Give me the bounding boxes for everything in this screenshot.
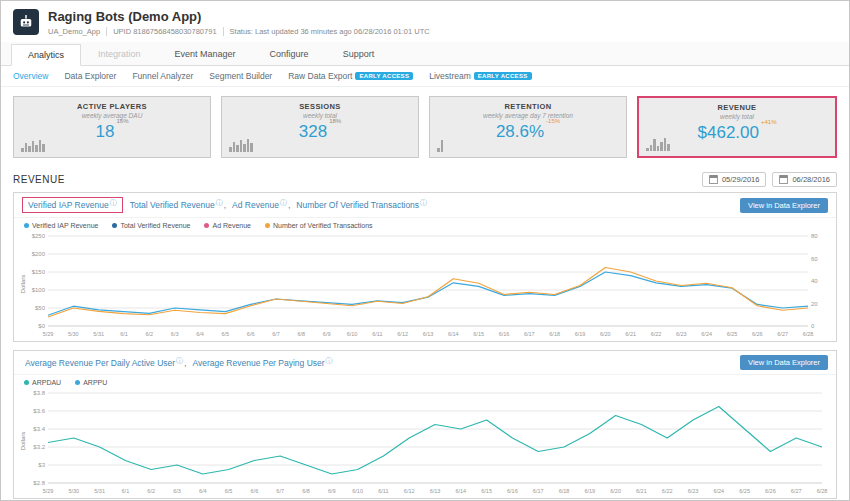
svg-text:6/11: 6/11 xyxy=(372,331,382,337)
legend-dot xyxy=(265,223,270,228)
svg-text:6/3: 6/3 xyxy=(171,331,179,337)
svg-text:6/22: 6/22 xyxy=(651,331,662,337)
svg-text:6/28: 6/28 xyxy=(817,488,828,494)
legend-item-verified-iap-revenue[interactable]: Verified IAP Revenue xyxy=(24,222,98,229)
view-in-data-explorer-button[interactable]: View in Data Explorer xyxy=(740,198,828,213)
svg-text:6/10: 6/10 xyxy=(352,488,363,494)
analytics-subnav: Overview Data Explorer Funnel Analyzer S… xyxy=(1,66,849,87)
tab-event-manager[interactable]: Event Manager xyxy=(158,43,253,65)
svg-text:6/17: 6/17 xyxy=(524,331,535,337)
svg-text:6/27: 6/27 xyxy=(791,488,802,494)
subnav-livestream-label: Livestream xyxy=(429,71,471,81)
svg-text:6/12: 6/12 xyxy=(397,331,408,337)
svg-text:6/19: 6/19 xyxy=(575,331,586,337)
svg-text:6/6: 6/6 xyxy=(251,488,259,494)
legend-label: Ad Revenue xyxy=(212,222,251,229)
early-access-badge: EARLY ACCESS xyxy=(355,72,413,80)
svg-text:6/26: 6/26 xyxy=(752,331,763,337)
svg-text:6/7: 6/7 xyxy=(276,488,284,494)
subnav-funnel-analyzer[interactable]: Funnel Analyzer xyxy=(132,71,193,81)
kpi-value-number: $462.00 xyxy=(698,123,759,142)
metric-label: Average Revenue Per Paying User xyxy=(192,358,324,368)
legend-dot xyxy=(112,223,117,228)
svg-text:6/1: 6/1 xyxy=(122,488,130,494)
svg-text:6/15: 6/15 xyxy=(481,488,492,494)
svg-text:$2.8: $2.8 xyxy=(33,480,45,486)
metric-tab-total-verified-revenue[interactable]: Total Verified Revenue ⓘ xyxy=(127,198,229,212)
svg-text:6/17: 6/17 xyxy=(533,488,544,494)
date-from-input[interactable]: 05/29/2016 xyxy=(702,172,767,187)
view-in-data-explorer-button[interactable]: View in Data Explorer xyxy=(740,355,828,370)
tab-configure[interactable]: Configure xyxy=(253,43,326,65)
svg-text:6/22: 6/22 xyxy=(662,488,673,494)
info-icon[interactable]: ⓘ xyxy=(420,198,427,208)
date-to-input[interactable]: 06/28/2016 xyxy=(772,172,837,187)
metric-tab-verified-iap-revenue[interactable]: Verified IAP Revenue ⓘ xyxy=(22,197,123,213)
app-logo-icon xyxy=(13,9,39,35)
legend-item-number-of-verified-transactions[interactable]: Number of Verified Transactions xyxy=(265,222,373,229)
metric-tab-ad-revenue[interactable]: Ad Revenue ⓘ xyxy=(229,198,293,212)
subnav-data-explorer[interactable]: Data Explorer xyxy=(64,71,116,81)
svg-text:6/15: 6/15 xyxy=(473,331,484,337)
info-icon[interactable]: ⓘ xyxy=(216,198,223,208)
svg-text:6/24: 6/24 xyxy=(713,488,724,494)
legend-item-arpdau[interactable]: ARPDAU xyxy=(24,379,61,386)
kpi-sparkline xyxy=(646,138,670,151)
svg-text:6/12: 6/12 xyxy=(404,488,415,494)
metric-tab-arppu[interactable]: Average Revenue Per Paying User ⓘ xyxy=(189,356,335,370)
metric-tab-arpdau[interactable]: Average Revenue Per Daily Active User ⓘ xyxy=(22,356,189,370)
tab-analytics[interactable]: Analytics xyxy=(11,44,81,66)
arpu-panel-header: Average Revenue Per Daily Active User ⓘ … xyxy=(14,351,836,375)
svg-text:5/30: 5/30 xyxy=(68,488,79,494)
svg-text:6/20: 6/20 xyxy=(610,488,621,494)
tab-integration[interactable]: Integration xyxy=(81,43,158,65)
legend-item-total-verified-revenue[interactable]: Total Verified Revenue xyxy=(112,222,190,229)
kpi-card-retention[interactable]: RETENTION weekly average day 7 retention… xyxy=(429,96,627,158)
kpi-value-number: 328 xyxy=(299,122,327,141)
subnav-raw-data-export[interactable]: Raw Data Export EARLY ACCESS xyxy=(288,71,413,81)
tab-support[interactable]: Support xyxy=(326,43,392,65)
svg-text:6/11: 6/11 xyxy=(378,488,388,494)
legend-dot xyxy=(24,380,29,385)
kpi-card-revenue[interactable]: REVENUE weekly total $462.00+41% xyxy=(637,96,837,158)
kpi-card-sessions[interactable]: SESSIONS weekly total 32818% xyxy=(221,96,419,158)
arpu-metric-tabs: Average Revenue Per Daily Active User ⓘ … xyxy=(22,356,336,370)
svg-text:$200: $200 xyxy=(32,251,46,257)
info-icon[interactable]: ⓘ xyxy=(176,356,183,366)
subnav-segment-builder-label: Segment Builder xyxy=(209,71,272,81)
legend-item-arppu[interactable]: ARPPU xyxy=(75,379,107,386)
svg-text:6/14: 6/14 xyxy=(455,488,466,494)
kpi-sparkline xyxy=(229,139,253,152)
svg-text:$3.8: $3.8 xyxy=(33,390,45,396)
svg-text:6/9: 6/9 xyxy=(323,331,331,337)
metric-label: Average Revenue Per Daily Active User xyxy=(25,358,175,368)
svg-text:6/27: 6/27 xyxy=(777,331,788,337)
subnav-livestream[interactable]: Livestream EARLY ACCESS xyxy=(429,71,531,81)
svg-text:6/3: 6/3 xyxy=(173,488,181,494)
subnav-segment-builder[interactable]: Segment Builder xyxy=(209,71,272,81)
svg-text:6/18: 6/18 xyxy=(559,488,570,494)
kpi-title: SESSIONS xyxy=(222,102,418,111)
svg-text:6/16: 6/16 xyxy=(507,488,518,494)
legend-dot xyxy=(24,223,29,228)
revenue-metric-tabs: Verified IAP Revenue ⓘ Total Verified Re… xyxy=(22,197,430,213)
info-icon[interactable]: ⓘ xyxy=(110,198,117,208)
kpi-card-active-players[interactable]: ACTIVE PLAYERS weekly average DAU 1816% xyxy=(13,96,211,158)
kpi-title: REVENUE xyxy=(639,103,835,112)
svg-text:6/6: 6/6 xyxy=(247,331,255,337)
info-icon[interactable]: ⓘ xyxy=(326,356,333,366)
metric-tab-number-of-verified-transactions[interactable]: Number Of Verified Transactions ⓘ xyxy=(293,198,430,212)
legend-dot xyxy=(75,380,80,385)
app-window: Raging Bots (Demo App) UA_Demo_App UPID … xyxy=(0,0,850,501)
svg-text:6/13: 6/13 xyxy=(423,331,434,337)
info-icon[interactable]: ⓘ xyxy=(280,198,287,208)
app-title-block: Raging Bots (Demo App) UA_Demo_App UPID … xyxy=(48,9,436,36)
metric-label: Ad Revenue xyxy=(232,200,279,210)
svg-text:$150: $150 xyxy=(32,269,46,275)
svg-text:5/31: 5/31 xyxy=(93,331,104,337)
legend-item-ad-revenue[interactable]: Ad Revenue xyxy=(204,222,251,229)
subnav-overview[interactable]: Overview xyxy=(13,71,48,81)
svg-text:6/20: 6/20 xyxy=(600,331,611,337)
svg-text:6/18: 6/18 xyxy=(549,331,560,337)
app-status: Status: Last updated 36 minutes ago 06/2… xyxy=(223,27,436,36)
